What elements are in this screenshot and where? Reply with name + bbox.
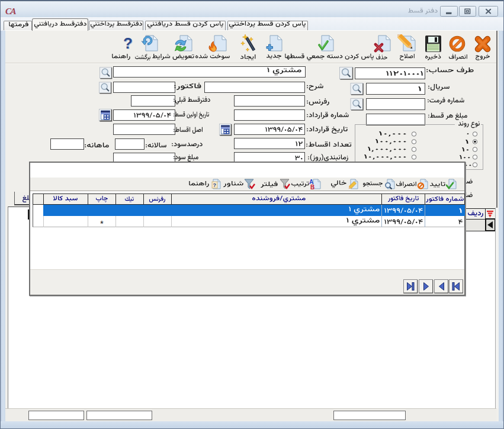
svg-text:?: ?	[213, 182, 217, 188]
svg-text:B: B	[310, 184, 314, 190]
